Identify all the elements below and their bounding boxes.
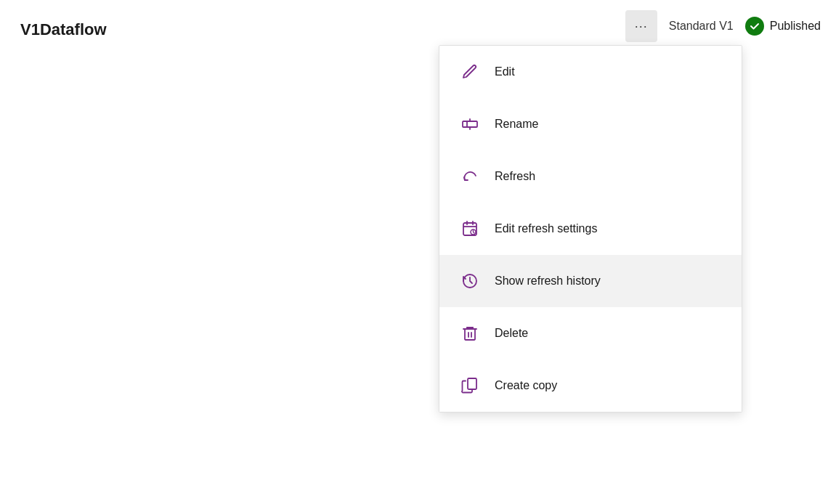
copy-icon bbox=[460, 375, 480, 396]
svg-rect-12 bbox=[468, 378, 476, 389]
menu-item-create-copy[interactable]: Create copy bbox=[439, 359, 742, 412]
published-label: Published bbox=[770, 20, 821, 33]
edit-icon bbox=[460, 62, 480, 82]
history-icon bbox=[460, 271, 480, 291]
menu-item-rename-label: Rename bbox=[495, 118, 538, 131]
svg-rect-0 bbox=[463, 121, 477, 127]
calendar-icon bbox=[460, 219, 480, 239]
menu-item-show-refresh-history-label: Show refresh history bbox=[495, 275, 601, 288]
menu-item-create-copy-label: Create copy bbox=[495, 379, 557, 392]
menu-item-edit-label: Edit bbox=[495, 65, 515, 78]
page-title: V1Dataflow bbox=[20, 20, 107, 39]
menu-item-refresh-label: Refresh bbox=[495, 170, 535, 183]
svg-rect-9 bbox=[465, 329, 475, 340]
menu-item-show-refresh-history[interactable]: Show refresh history bbox=[439, 255, 742, 307]
menu-item-refresh[interactable]: Refresh bbox=[439, 150, 742, 203]
menu-item-delete-label: Delete bbox=[495, 327, 528, 340]
context-menu: Edit Rename Refresh bbox=[439, 45, 742, 412]
delete-icon bbox=[460, 323, 480, 344]
more-options-button[interactable]: ··· bbox=[625, 10, 657, 42]
menu-item-rename[interactable]: Rename bbox=[439, 98, 742, 150]
menu-item-delete[interactable]: Delete bbox=[439, 307, 742, 359]
published-check-icon bbox=[745, 17, 764, 36]
published-badge: Published bbox=[745, 17, 821, 36]
menu-item-edit-refresh-settings[interactable]: Edit refresh settings bbox=[439, 203, 742, 255]
refresh-icon bbox=[460, 166, 480, 187]
menu-item-edit-refresh-settings-label: Edit refresh settings bbox=[495, 222, 597, 235]
rename-icon bbox=[460, 114, 480, 134]
standard-label: Standard V1 bbox=[669, 20, 734, 33]
header-right: ··· Standard V1 Published bbox=[625, 10, 821, 42]
menu-item-edit[interactable]: Edit bbox=[439, 46, 742, 98]
